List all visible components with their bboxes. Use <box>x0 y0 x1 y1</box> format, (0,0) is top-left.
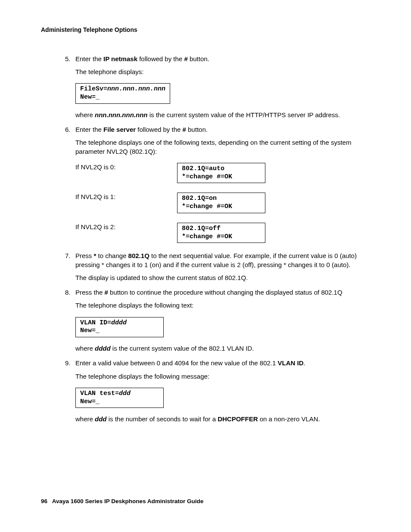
step-subtext: where ddd is the number of seconds to wa… <box>75 415 370 423</box>
step-number: 6. <box>65 125 71 134</box>
instruction-list: 5. Enter the IP netmask followed by the … <box>41 55 370 424</box>
page-header: Administering Telephone Options <box>41 26 370 34</box>
step-number: 5. <box>65 55 71 63</box>
step-subtext: The telephone displays the following tex… <box>75 301 370 310</box>
display-box-8021q-off: 802.1Q=off *=change #=OK <box>177 223 265 243</box>
step-subtext: The telephone displays the following mes… <box>75 372 370 381</box>
page-number: 96 <box>41 498 47 504</box>
step-text: Press * to change 802.1Q to the next seq… <box>75 252 357 268</box>
step-text: Enter the IP netmask followed by the # b… <box>75 55 209 62</box>
step-text: Enter the File server followed by the # … <box>75 126 208 133</box>
step-subtext: The telephone displays: <box>75 68 370 76</box>
step-text: Enter a valid value between 0 and 4094 f… <box>75 359 305 367</box>
step-8: 8. Press the # button to continue the pr… <box>41 288 370 353</box>
display-box-vlan-test: VLAN test=ddd New=_ <box>75 388 164 408</box>
row-label: If NVL2Q is 2: <box>75 220 177 231</box>
step-5: 5. Enter the IP netmask followed by the … <box>41 55 370 119</box>
step-7: 7. Press * to change 802.1Q to the next … <box>41 252 370 282</box>
step-number: 8. <box>65 288 71 297</box>
nvl2q-row-1: If NVL2Q is 1: 802.1Q=on *=change #=OK <box>75 190 370 216</box>
nvl2q-row-2: If NVL2Q is 2: 802.1Q=off *=change #=OK <box>75 220 370 246</box>
step-subtext: The display is updated to show the curre… <box>75 274 370 282</box>
page-footer: 96 Avaya 1600 Series IP Deskphones Admin… <box>41 498 203 505</box>
step-number: 7. <box>65 252 71 260</box>
display-box-filesv: FileSv=nnn.nnn.nnn.nnn New=_ <box>75 83 170 104</box>
step-6: 6. Enter the File server followed by the… <box>41 125 370 246</box>
step-subtext: where nnn.nnn.nnn.nnn is the current sys… <box>75 111 370 119</box>
step-number: 9. <box>65 359 71 367</box>
step-subtext: where dddd is the current system value o… <box>75 344 370 353</box>
display-box-8021q-auto: 802.1Q=auto *=change #=OK <box>177 163 265 184</box>
display-box-8021q-on: 802.1Q=on *=change #=OK <box>177 193 265 213</box>
row-label: If NVL2Q is 0: <box>75 160 177 171</box>
nvl2q-row-0: If NVL2Q is 0: 802.1Q=auto *=change #=OK <box>75 160 370 186</box>
row-label: If NVL2Q is 1: <box>75 190 177 201</box>
step-9: 9. Enter a valid value between 0 and 409… <box>41 359 370 423</box>
display-box-vlan-id: VLAN ID=dddd New=_ <box>75 317 164 338</box>
doc-title: Avaya 1600 Series IP Deskphones Administ… <box>52 498 203 504</box>
step-text: Press the # button to continue the proce… <box>75 289 342 296</box>
step-subtext: The telephone displays one of the follow… <box>75 138 370 156</box>
